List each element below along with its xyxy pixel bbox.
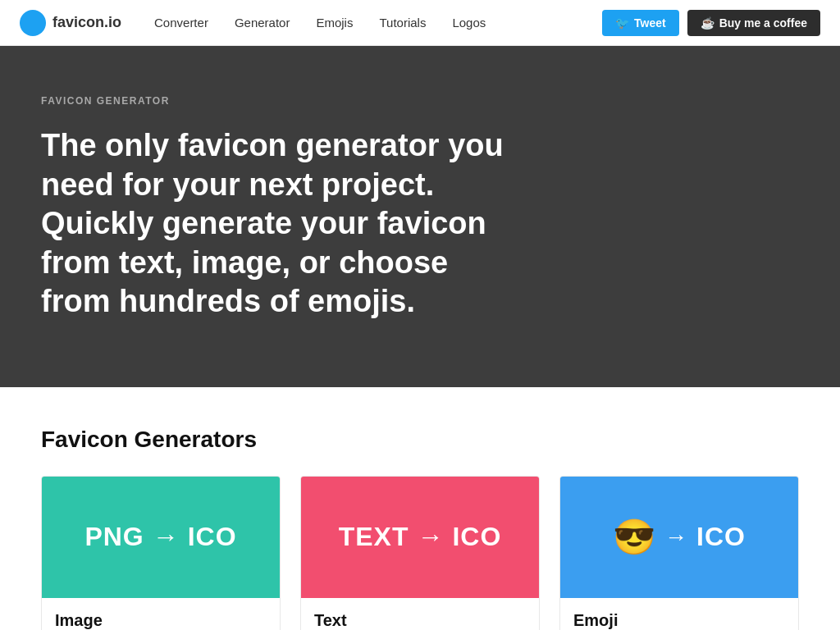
navbar: favicon.io ConverterGeneratorEmojisTutor… [0,0,840,46]
card-from-label: TEXT [339,522,409,552]
card-to-label: ICO [452,522,501,552]
nav-link-tutorials[interactable]: Tutorials [379,16,426,30]
nav-links: ConverterGeneratorEmojisTutorialsLogos [154,16,576,30]
coffee-label: Buy me a coffee [719,16,807,30]
nav-link-logos[interactable]: Logos [452,16,486,30]
card-title: Image [55,611,267,630]
twitter-icon: 🐦 [615,16,629,30]
card-title: Text [314,611,526,630]
card-from-label: PNG [84,522,144,552]
tweet-label: Tweet [634,16,666,30]
card-emoji-icon: 😎 [613,517,656,557]
card-image[interactable]: PNG → ICOImageIf you already have an ima… [41,476,281,631]
card-list: PNG → ICOImageIf you already have an ima… [41,476,799,631]
logo-text: favicon.io [52,14,121,31]
card-arrow: → [664,524,688,550]
tweet-button[interactable]: 🐦 Tweet [602,10,679,36]
buy-coffee-button[interactable]: ☕ Buy me a coffee [687,10,820,36]
coffee-icon: ☕ [701,16,714,30]
logo-icon [20,10,46,36]
hero-label: FAVICON GENERATOR [41,95,799,107]
card-text[interactable]: TEXT → ICOTextIf you don't have a logo o… [300,476,540,631]
card-arrow: → [417,522,444,552]
main-content: Favicon Generators PNG → ICOImageIf you … [0,387,840,631]
nav-link-converter[interactable]: Converter [154,16,208,30]
card-to-label: ICO [696,522,746,552]
nav-link-generator[interactable]: Generator [235,16,290,30]
card-emoji[interactable]: 😎 → ICOEmojiWant to use an emoji for you… [559,476,799,631]
logo[interactable]: favicon.io [20,10,121,36]
nav-link-emojis[interactable]: Emojis [316,16,353,30]
card-arrow: → [153,522,180,552]
section-title: Favicon Generators [41,427,799,453]
hero-title: The only favicon generator you need for … [41,126,517,322]
card-title: Emoji [573,611,785,630]
hero-section: FAVICON GENERATOR The only favicon gener… [0,46,840,387]
nav-actions: 🐦 Tweet ☕ Buy me a coffee [602,10,820,36]
card-to-label: ICO [188,522,237,552]
